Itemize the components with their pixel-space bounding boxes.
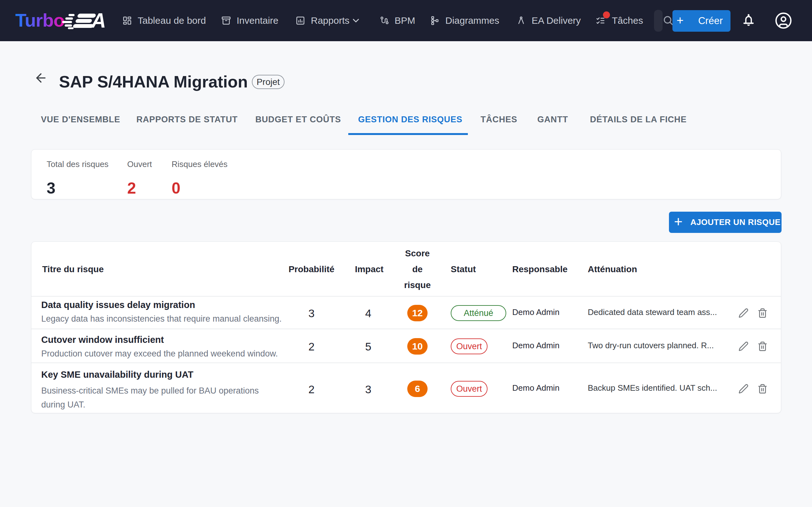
svg-text:A: A: [91, 9, 106, 29]
